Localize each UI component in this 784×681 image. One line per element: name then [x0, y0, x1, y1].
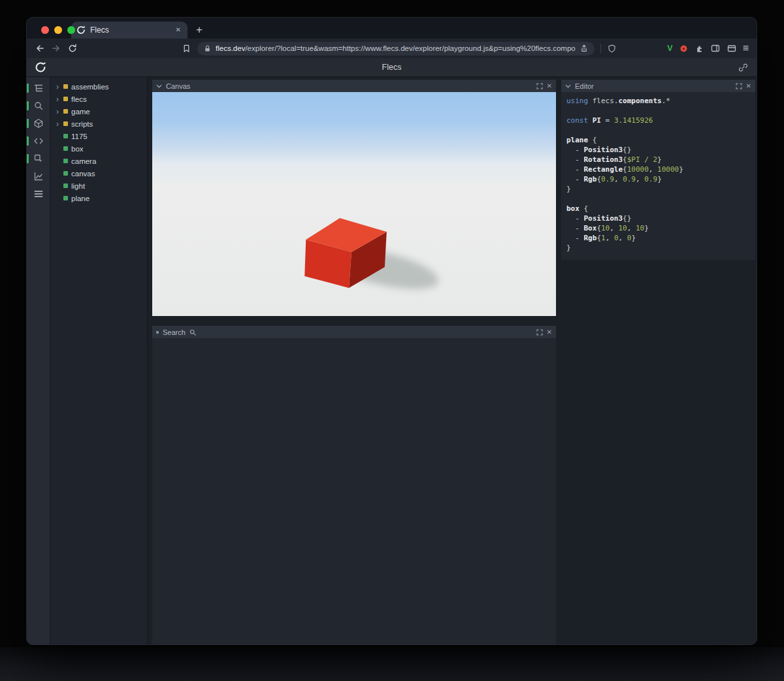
code-icon [33, 136, 44, 146]
canvas-3d-viewport[interactable] [152, 92, 556, 316]
tab-close-icon[interactable]: ✕ [174, 25, 182, 35]
zoom-window-button[interactable] [67, 26, 75, 34]
module-square-icon [63, 97, 68, 101]
back-button[interactable] [35, 43, 45, 54]
code-line: } [566, 184, 750, 194]
tree-item-label: 1175 [71, 133, 88, 140]
module-square-icon [63, 121, 68, 126]
rail-canvas-button[interactable] [27, 118, 50, 129]
bookmark-icon[interactable] [182, 44, 191, 54]
tree-item-plane[interactable]: plane [50, 192, 147, 204]
app-content: ›assemblies›flecs›game›scripts1175boxcam… [27, 77, 757, 644]
active-indicator [27, 154, 29, 163]
tree-item-label: assemblies [71, 83, 109, 91]
tree-item-1175[interactable]: 1175 [50, 130, 147, 142]
expand-arrow-icon[interactable]: › [55, 95, 60, 103]
active-indicator [27, 119, 29, 128]
extensions-puzzle-icon[interactable] [694, 44, 704, 54]
lock-icon [203, 44, 212, 53]
rail-queries-button[interactable] [27, 189, 50, 199]
icon-rail [27, 77, 50, 644]
canvas-panel-header: Canvas ✕ [152, 80, 556, 92]
browser-toolbar: flecs.dev/explorer/?local=true&wasm=http… [27, 39, 757, 58]
module-square-icon [63, 109, 68, 114]
tree-item-label: plane [71, 195, 90, 202]
expand-panel-icon[interactable] [536, 83, 543, 89]
expand-panel-icon[interactable] [736, 83, 742, 89]
code-line: - Position3{} [566, 214, 750, 223]
entity-square-icon [63, 196, 68, 200]
wallet-card-icon[interactable] [727, 43, 737, 54]
extension-red-circle-icon[interactable] [679, 44, 689, 54]
new-tab-button[interactable]: + [196, 22, 203, 39]
browser-tab[interactable]: Flecs ✕ [71, 22, 188, 39]
share-icon[interactable] [580, 44, 589, 53]
rail-editor-button[interactable] [27, 136, 50, 146]
editor-code[interactable]: using flecs.components.* const PI = 3.14… [561, 92, 755, 260]
extension-v-icon[interactable]: V [667, 44, 672, 53]
reload-button[interactable] [67, 43, 78, 54]
search-magnifier-icon [189, 329, 196, 336]
tree-item-box[interactable]: box [50, 142, 147, 155]
shield-icon[interactable] [607, 44, 617, 54]
collapse-chevron-icon[interactable] [156, 84, 162, 88]
expand-arrow-icon[interactable]: › [55, 120, 60, 128]
tree-item-flecs[interactable]: ›flecs [50, 93, 147, 105]
expand-arrow-icon[interactable]: › [55, 108, 60, 116]
active-indicator [27, 136, 29, 146]
rail-inspector-button[interactable] [27, 153, 50, 164]
tab-favicon-flecs-logo-icon [76, 25, 86, 35]
tree-item-label: camera [71, 157, 96, 165]
panel-title: Canvas [166, 82, 190, 90]
close-panel-icon[interactable]: ✕ [746, 83, 751, 89]
minimize-window-button[interactable] [54, 26, 62, 34]
forward-button[interactable] [51, 43, 61, 54]
collapse-chevron-icon[interactable] [565, 84, 571, 88]
browser-menu-icon[interactable]: ≡ [743, 43, 749, 54]
code-line: - Box{10, 10, 10} [566, 223, 750, 233]
tree-item-assemblies[interactable]: ›assemblies [50, 80, 147, 93]
tree-item-label: flecs [71, 95, 87, 103]
entity-square-icon [63, 159, 68, 163]
url-path: /explorer/?local=true&wasm=https://www.f… [245, 44, 576, 52]
tree-item-scripts[interactable]: ›scripts [50, 118, 147, 130]
rail-stats-button[interactable] [27, 171, 50, 182]
rail-tree-button[interactable] [27, 83, 50, 93]
code-line: - Rotation3{$PI / 2} [566, 155, 750, 165]
entity-square-icon [63, 146, 68, 151]
share-link-icon[interactable] [738, 63, 748, 72]
collapsed-indicator-icon[interactable] [156, 331, 159, 334]
tab-title: Flecs [90, 25, 170, 35]
tree-item-light[interactable]: light [50, 180, 147, 192]
url-bar[interactable]: flecs.dev/explorer/?local=true&wasm=http… [197, 42, 595, 55]
browser-window: Flecs ✕ + flecs.dev/explore [26, 17, 757, 645]
close-window-button[interactable] [41, 26, 49, 34]
code-line: - Position3{} [566, 145, 750, 155]
page-title: Flecs [382, 63, 402, 72]
rows-icon [33, 189, 44, 199]
tree-item-camera[interactable]: camera [50, 155, 147, 167]
editor-panel: Editor ✕ using flecs.components.* const … [561, 80, 755, 260]
expand-arrow-icon[interactable]: › [55, 83, 60, 91]
expand-panel-icon[interactable] [536, 329, 543, 336]
tree-item-label: scripts [71, 120, 93, 128]
active-indicator [27, 84, 29, 93]
flecs-logo-icon[interactable] [35, 61, 46, 73]
code-line: using flecs.components.* [566, 96, 750, 106]
close-panel-icon[interactable]: ✕ [547, 83, 552, 89]
inspector-icon [33, 153, 44, 164]
tree-item-game[interactable]: ›game [50, 105, 147, 118]
search-panel-body [152, 338, 556, 644]
entity-square-icon [63, 134, 68, 138]
close-panel-icon[interactable]: ✕ [547, 329, 552, 336]
entity-square-icon [63, 171, 68, 176]
code-line [566, 106, 750, 116]
search-icon [33, 101, 44, 111]
panel-gap [152, 316, 556, 326]
code-line: } [566, 243, 750, 253]
entity-tree: ›assemblies›flecs›game›scripts1175boxcam… [50, 77, 148, 644]
rail-search-button[interactable] [27, 101, 50, 111]
tree-item-canvas[interactable]: canvas [50, 167, 147, 180]
code-line [566, 125, 750, 135]
side-panel-icon[interactable] [710, 43, 721, 54]
